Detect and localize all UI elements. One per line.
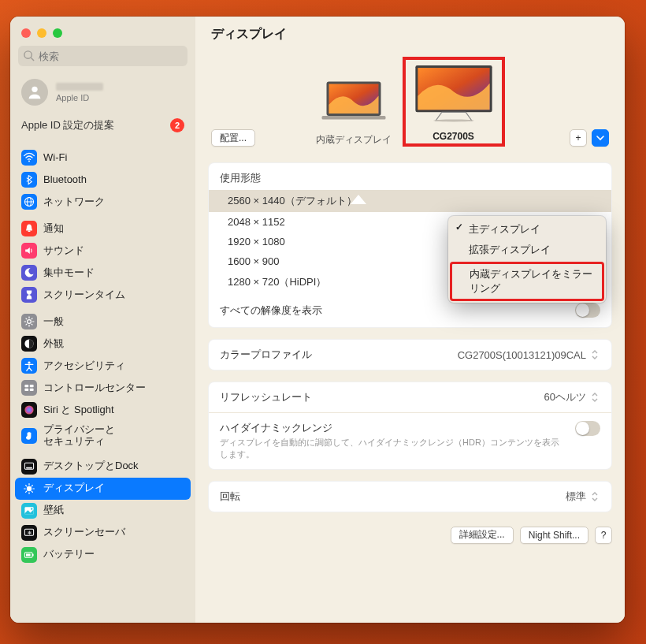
sidebar-item-label: コントロールセンター xyxy=(43,382,146,394)
window-controls xyxy=(10,23,195,46)
apple-id-label: Apple ID xyxy=(56,93,103,102)
refresh-hdr-card: リフレッシュレート 60ヘルツ ハイダイナミックレンジ ディスプレイを自動的に調… xyxy=(208,382,612,470)
close-button[interactable] xyxy=(21,28,31,38)
sidebar-item-label: バッテリー xyxy=(43,549,95,560)
hdr-sublabel: ディスプレイを自動的に調節して、ハイダイナミックレンジ（HDR）コンテンツを表示… xyxy=(220,437,566,461)
sidebar-item-label: Bluetooth xyxy=(43,174,87,186)
svg-rect-7 xyxy=(28,230,30,232)
suggestion-label: Apple ID 設定の提案 xyxy=(21,118,114,132)
sidebar-item[interactable]: 集中モード xyxy=(15,262,191,284)
arrange-button[interactable]: 配置... xyxy=(211,129,255,147)
user-name-blurred xyxy=(56,83,103,91)
bell-icon xyxy=(21,221,37,236)
internal-display-thumb[interactable]: 内蔵ディスプレイ xyxy=(316,78,392,147)
laptop-icon xyxy=(317,78,390,125)
popup-menu-item[interactable]: 内蔵ディスプレイをミラーリング xyxy=(450,262,604,301)
disp-icon xyxy=(21,481,37,497)
hdr-label: ハイダイナミックレンジ xyxy=(220,421,566,435)
updown-icon xyxy=(589,490,600,503)
sidebar-item[interactable]: スクリーンタイム xyxy=(15,284,191,306)
cc-icon xyxy=(21,380,37,396)
updown-icon xyxy=(589,391,600,404)
sidebar-item-label: スクリーンタイム xyxy=(43,289,125,301)
minimize-button[interactable] xyxy=(37,28,46,38)
svg-text:✻: ✻ xyxy=(28,530,32,534)
refresh-label: リフレッシュレート xyxy=(220,390,312,404)
hdr-toggle[interactable] xyxy=(575,421,600,436)
sidebar-item[interactable]: ディスプレイ xyxy=(15,478,191,500)
svg-rect-17 xyxy=(26,467,32,469)
sidebar-item[interactable]: 通知 xyxy=(15,218,191,240)
sidebar-item[interactable]: 壁紙 xyxy=(15,500,191,522)
external-display-label: CG2700S xyxy=(410,131,497,142)
sidebar-nav: Wi-FiBluetoothネットワーク通知サウンド集中モードスクリーンタイム一… xyxy=(10,142,195,623)
color-profile-card: カラープロファイル CG2700S(10013121)09CAL xyxy=(208,339,612,370)
sidebar-item[interactable]: ✻スクリーンセーバ xyxy=(15,522,191,544)
rotation-value: 標準 xyxy=(566,490,586,504)
zoom-button[interactable] xyxy=(53,28,62,38)
appear-icon xyxy=(21,336,37,352)
sidebar-item-label: プライバシーと セキュリティ xyxy=(43,424,115,448)
sidebar-item-label: 通知 xyxy=(43,223,64,235)
search-field[interactable] xyxy=(18,46,187,66)
apple-id-suggestion-row[interactable]: Apple ID 設定の提案 2 xyxy=(10,114,195,142)
sidebar-item-label: ネットワーク xyxy=(43,196,105,208)
display-options-button[interactable] xyxy=(592,129,609,147)
show-all-toggle[interactable] xyxy=(575,303,600,318)
search-input[interactable] xyxy=(18,46,187,66)
settings-content: 使用形態 2560 × 1440（デフォルト）2048 × 11521920 ×… xyxy=(195,147,625,557)
svg-rect-24 xyxy=(32,553,34,556)
gear-icon xyxy=(21,314,37,329)
svg-point-10 xyxy=(28,361,30,363)
sidebar-item[interactable]: バッテリー xyxy=(15,544,191,566)
access-icon xyxy=(21,358,37,374)
sidebar-item[interactable]: アクセシビリティ xyxy=(15,355,191,377)
sidebar-item[interactable]: ネットワーク xyxy=(15,191,191,213)
night-shift-button[interactable]: Night Shift... xyxy=(520,527,588,544)
sidebar-item-label: デスクトップとDock xyxy=(43,460,139,472)
svg-point-8 xyxy=(28,320,32,324)
sidebar-item[interactable]: Bluetooth xyxy=(15,169,191,191)
sidebar-item[interactable]: Siri と Spotlight xyxy=(15,399,191,421)
chevron-down-icon xyxy=(596,134,604,142)
hour-icon xyxy=(21,287,37,303)
sidebar-item[interactable]: プライバシーと セキュリティ xyxy=(15,421,191,451)
avatar xyxy=(21,79,48,106)
help-button[interactable]: ? xyxy=(595,527,612,544)
sidebar-item-label: Wi-Fi xyxy=(43,152,67,164)
sidebar-item[interactable]: コントロールセンター xyxy=(15,377,191,399)
system-settings-window: Apple ID Apple ID 設定の提案 2 Wi-FiBluetooth… xyxy=(10,17,625,623)
batt-icon xyxy=(21,547,37,563)
resolution-option[interactable]: 2560 × 1440（デフォルト） xyxy=(209,190,611,212)
sidebar-item-label: ディスプレイ xyxy=(43,482,105,494)
sidebar-item[interactable]: サウンド xyxy=(15,240,191,262)
popup-menu-item[interactable]: 主ディスプレイ xyxy=(451,219,603,240)
sidebar-item-label: 集中モード xyxy=(43,267,95,279)
sidebar-item-label: 一般 xyxy=(43,316,64,328)
sidebar-item[interactable]: 一般 xyxy=(15,311,191,333)
sidebar-item-label: サウンド xyxy=(43,245,84,257)
svg-point-0 xyxy=(24,51,32,58)
sidebar-item-label: スクリーンセーバ xyxy=(43,527,125,538)
sidebar-item[interactable]: 外観 xyxy=(15,333,191,355)
selection-caret-icon xyxy=(351,195,366,204)
updown-icon xyxy=(589,348,600,361)
popup-menu-item[interactable]: 拡張ディスプレイ xyxy=(451,240,603,260)
wall-icon xyxy=(21,503,37,519)
monitor-icon xyxy=(410,63,497,123)
sidebar-item[interactable]: Wi-Fi xyxy=(15,147,191,169)
add-display-button[interactable]: + xyxy=(570,129,587,147)
sidebar-item[interactable]: デスクトップとDock xyxy=(15,456,191,478)
advanced-button[interactable]: 詳細設定... xyxy=(451,527,514,544)
usage-popup-menu: 主ディスプレイ拡張ディスプレイ内蔵ディスプレイをミラーリング xyxy=(448,216,606,303)
apple-id-row[interactable]: Apple ID xyxy=(10,74,195,114)
color-profile-row[interactable]: カラープロファイル CG2700S(10013121)09CAL xyxy=(209,340,611,370)
refresh-rate-row[interactable]: リフレッシュレート 60ヘルツ xyxy=(209,382,611,412)
rotation-row[interactable]: 回転 標準 xyxy=(209,482,611,512)
sidebar-item-label: 壁紙 xyxy=(43,504,64,516)
external-display-thumb[interactable]: CG2700S xyxy=(403,57,505,147)
show-all-label: すべての解像度を表示 xyxy=(220,303,322,318)
dock-icon xyxy=(21,459,37,475)
rotation-label: 回転 xyxy=(220,490,240,504)
sidebar-item-label: 外観 xyxy=(43,338,64,350)
